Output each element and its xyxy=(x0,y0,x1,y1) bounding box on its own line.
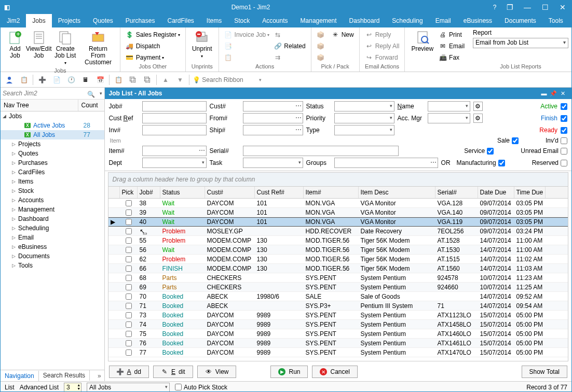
list-min-icon[interactable]: ▬ xyxy=(539,90,549,96)
pick-checkbox[interactable] xyxy=(126,284,132,290)
chk-active[interactable] xyxy=(561,103,567,110)
nav-search[interactable]: 🔍 ▾ xyxy=(1,88,104,100)
email-button[interactable]: ✉Email xyxy=(437,40,467,52)
input-ship[interactable]: ⋯ xyxy=(243,125,303,135)
preview-button[interactable]: Preview xyxy=(408,29,437,63)
table-row[interactable]: 69PartsCHECKERSSYS.PENTSystem Pentium924… xyxy=(108,283,568,292)
tab-jobs[interactable]: Jobs xyxy=(26,14,51,27)
pick-checkbox[interactable] xyxy=(126,256,132,262)
pick-checkbox[interactable] xyxy=(126,321,132,328)
dispatch-button[interactable]: 🚚Dispatch xyxy=(124,40,182,52)
tab-stock[interactable]: Stock xyxy=(228,14,256,27)
table-row[interactable]: 62ProblemMODEM.COMP130MOD.TIGER.56Tiger … xyxy=(108,255,568,264)
table-row[interactable]: 70BookedABECK19980/6SALESale of Goods14/… xyxy=(108,292,568,301)
input-name[interactable]: ▾ xyxy=(428,101,470,111)
pick-checkbox[interactable] xyxy=(126,228,132,234)
qat-user-icon[interactable] xyxy=(4,74,15,86)
col-pick[interactable]: Pick xyxy=(120,187,138,198)
tab-ebusiness[interactable]: eBusiness xyxy=(457,14,498,27)
col-status[interactable]: Status xyxy=(160,187,205,198)
left-expand-icon[interactable]: » xyxy=(94,372,104,380)
status-adv-list[interactable]: Advanced List xyxy=(20,384,59,391)
table-row[interactable]: ↖▭ProblemMOSLEY.GPHDD.RECOVERDate Recove… xyxy=(108,227,568,236)
related-button[interactable]: 🔗Related xyxy=(271,40,307,52)
chk-ready[interactable] xyxy=(561,127,567,134)
list-name-combo[interactable]: All Jobs xyxy=(87,383,170,392)
nav-purchases[interactable]: ▷Purchases xyxy=(1,158,104,167)
chk-auto-pick[interactable] xyxy=(175,384,182,390)
col-itemdesc[interactable]: Item Desc xyxy=(359,187,435,198)
chk-reserved[interactable] xyxy=(561,160,567,166)
nav-quotes[interactable]: ▷Quotes xyxy=(1,149,104,158)
input-item[interactable]: ⋯ xyxy=(142,146,207,156)
nav-documents[interactable]: ▷Documents xyxy=(1,251,104,261)
nav-accounts[interactable]: ▷Accounts xyxy=(1,195,104,205)
table-row[interactable]: 56WaitMODEM.COMP130MOD.TIGER.56Tiger 56K… xyxy=(108,245,568,255)
pick-checkbox[interactable] xyxy=(126,237,132,244)
col-item[interactable]: Item# xyxy=(304,187,359,198)
table-row[interactable]: 66FINISHMODEM.COMP130MOD.TIGER.56Tiger 5… xyxy=(108,264,568,273)
col-serial[interactable]: Serial# xyxy=(435,187,478,198)
col-selector[interactable] xyxy=(108,187,120,198)
print-button[interactable]: 🖨Print xyxy=(437,29,467,40)
input-job[interactable] xyxy=(142,101,207,111)
input-dept[interactable]: ▾ xyxy=(142,158,207,168)
pick-checkbox[interactable] xyxy=(126,247,132,253)
col-cust[interactable]: Cust# xyxy=(205,187,255,198)
tab-jim2[interactable]: Jim2 xyxy=(1,14,26,27)
table-row[interactable]: 75BookedDAYCOM9989SYS.PENTSystem Pentium… xyxy=(108,329,568,339)
grid-header[interactable]: PickJob#StatusCust#Cust Ref#Item#Item De… xyxy=(108,187,568,199)
chk-unread[interactable] xyxy=(561,148,567,155)
input-cust[interactable]: ⋯ xyxy=(243,101,303,111)
pick-checkbox[interactable] xyxy=(126,200,132,206)
chk-manuf[interactable] xyxy=(498,160,505,166)
nav-stock[interactable]: ▷Stock xyxy=(1,186,104,195)
minimize-button[interactable]: — xyxy=(519,3,536,11)
nav-scheduling[interactable]: ▷Scheduling xyxy=(1,223,104,233)
input-from[interactable]: ⋯ xyxy=(243,113,303,123)
tab-dashboard[interactable]: Dashboard xyxy=(343,14,386,27)
pick-checkbox[interactable] xyxy=(126,303,132,309)
tab-projects[interactable]: Projects xyxy=(52,14,87,27)
view-edit-job-button[interactable]: View/Edit Job xyxy=(26,29,51,67)
table-row[interactable]: 68PartsCHECKERSSYS.PENTSystem Pentium924… xyxy=(108,273,568,283)
input-groups[interactable]: ⋯ xyxy=(334,158,438,168)
tab-email[interactable]: Email xyxy=(429,14,457,27)
unprint-button[interactable]: Unprint▾ xyxy=(189,29,215,63)
input-inv[interactable] xyxy=(142,125,207,135)
new-pick-button[interactable]: ✳New xyxy=(329,29,356,40)
gear-name-icon[interactable]: ⚙ xyxy=(473,102,483,111)
col-datedue[interactable]: Date Due xyxy=(478,187,514,198)
chk-service[interactable] xyxy=(487,148,494,155)
nav-projects[interactable]: ▷Projects xyxy=(1,139,104,149)
nav-tools[interactable]: ▷Tools xyxy=(1,261,104,270)
tab-quotes[interactable]: Quotes xyxy=(87,14,119,27)
table-row[interactable]: 38WaitDAYCOM101MON.VGAVGA MonitorVGA.128… xyxy=(108,199,568,208)
tab-purchases[interactable]: Purchases xyxy=(119,14,161,27)
tab-items[interactable]: Items xyxy=(200,14,228,27)
col-job[interactable]: Job# xyxy=(138,187,160,198)
grid-body[interactable]: 38WaitDAYCOM101MON.VGAVGA MonitorVGA.128… xyxy=(108,199,568,361)
input-custref[interactable] xyxy=(142,113,207,123)
pick-checkbox[interactable] xyxy=(126,219,132,225)
table-row[interactable]: 71BookedABECKSYS.P3+Pentium III System71… xyxy=(108,301,568,311)
show-total-button[interactable]: Show Total xyxy=(522,366,567,378)
input-task[interactable]: ▾ xyxy=(243,158,303,168)
close-button[interactable]: ✕ xyxy=(554,3,571,11)
gear-accmgr-icon[interactable]: ⚙ xyxy=(473,114,483,123)
maximize-button[interactable]: ☐ xyxy=(536,3,554,11)
cancel-button[interactable]: ✕Cancel xyxy=(312,366,357,378)
table-row[interactable]: 74BookedDAYCOM9989SYS.PENTSystem Pentium… xyxy=(108,320,568,329)
tab-management[interactable]: Management xyxy=(294,14,343,27)
table-row[interactable]: 76BookedDAYCOM9989SYS.PENTSystem Pentium… xyxy=(108,339,568,348)
tab-tools[interactable]: Tools xyxy=(542,14,569,27)
tab-accounts[interactable]: Accounts xyxy=(256,14,294,27)
restore-down-icon[interactable]: ❐ xyxy=(501,3,519,11)
table-row[interactable]: 39WaitDAYCOM101MON.VGAVGA MonitorVGA.140… xyxy=(108,208,568,217)
nav-dashboard[interactable]: ▷Dashboard xyxy=(1,214,104,223)
nav-email[interactable]: ▷Email xyxy=(1,233,104,242)
qat-10-icon[interactable]: ⿻ xyxy=(142,74,153,86)
nav-management[interactable]: ▷Management xyxy=(1,205,104,214)
input-priority[interactable]: ▾ xyxy=(334,113,394,123)
input-status[interactable]: ▾ xyxy=(334,101,394,111)
